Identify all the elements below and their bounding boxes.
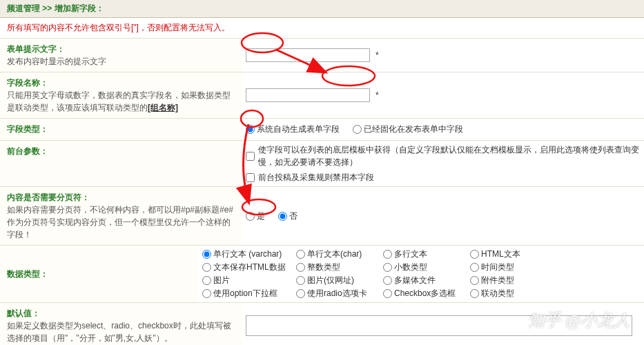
label-prompt-desc: 发布内容时显示的提示文字 <box>7 57 106 66</box>
frontparam-list-checkbox[interactable] <box>246 152 255 161</box>
datatype-opt-10[interactable]: 多媒体文件 <box>383 275 466 286</box>
datatype-opt-9[interactable]: 图片(仅网址) <box>296 275 379 286</box>
datatype-opt-13[interactable]: 使用radio选项卡 <box>296 288 379 299</box>
warning-text: 所有填写的内容不允许包含双引号["]，否则配置将无法写入。 <box>0 18 644 39</box>
fieldname-input[interactable] <box>246 88 370 102</box>
datatype-opt-2[interactable]: 多行文本 <box>383 248 466 260</box>
datatype-opt-7[interactable]: 时间类型 <box>470 262 553 273</box>
frontparam-list-label: 使字段可以在列表的底层模板中获得（自定义字段默认仅能在文档模板显示，启用此选项将… <box>258 144 640 168</box>
label-pagebreak-desc: 如果内容需要分页符，不论何种内容，都可以用#p#副标题#e#作为分页符号实现内容… <box>7 205 233 239</box>
label-frontparam-title: 前台参数： <box>7 146 48 156</box>
fieldtype-auto-option[interactable]: 系统自动生成表单字段 <box>246 124 340 135</box>
prompt-required: * <box>375 50 379 60</box>
datatype-opt-0[interactable]: 单行文本 (varchar) <box>202 248 292 260</box>
pagebreak-yes-option[interactable]: 是 <box>246 210 265 222</box>
breadcrumb: 频道管理 >> 增加新字段： <box>0 0 644 18</box>
label-default-title: 默认值： <box>7 308 40 318</box>
default-textarea[interactable] <box>246 315 632 336</box>
group-name-link[interactable]: [组名称] <box>148 103 178 112</box>
breadcrumb-sep: >> <box>40 3 55 13</box>
label-datatype-title: 数据类型： <box>7 268 48 280</box>
label-pagebreak-title: 内容是否需要分页符： <box>7 193 90 202</box>
pagebreak-yes-radio[interactable] <box>246 212 255 221</box>
datatype-opt-8[interactable]: 图片 <box>202 275 292 286</box>
frontparam-disable-checkbox[interactable] <box>246 173 255 182</box>
datatype-opt-3[interactable]: HTML文本 <box>470 248 553 260</box>
pagebreak-no-radio[interactable] <box>278 212 287 221</box>
frontparam-disable-label: 前台投稿及采集规则禁用本字段 <box>258 171 374 184</box>
fieldname-required: * <box>375 90 379 100</box>
datatype-opt-1[interactable]: 单行文本(char) <box>296 248 379 260</box>
breadcrumb-page: 增加新字段： <box>55 3 104 13</box>
pagebreak-no-option[interactable]: 否 <box>278 210 297 222</box>
fieldtype-fixed-radio[interactable] <box>353 125 362 134</box>
datatype-grid: 单行文本 (varchar) 单行文本(char) 多行文本 HTML文本 文本… <box>202 248 640 299</box>
breadcrumb-cat: 频道管理 <box>7 3 40 13</box>
datatype-opt-14[interactable]: Checkbox多选框 <box>383 288 466 299</box>
fieldtype-auto-radio[interactable] <box>246 125 255 134</box>
label-fieldname-title: 字段名称： <box>7 78 48 88</box>
datatype-opt-5[interactable]: 整数类型 <box>296 262 379 273</box>
label-fieldname-desc: 只能用英文字母或数字，数据表的真实字段名，如果数据类型是联动类型，该项应该填写联… <box>7 90 231 112</box>
fieldtype-fixed-option[interactable]: 已经固化在发布表单中字段 <box>353 124 463 135</box>
datatype-opt-12[interactable]: 使用option下拉框 <box>202 288 292 299</box>
datatype-opt-11[interactable]: 附件类型 <box>470 275 553 286</box>
datatype-opt-15[interactable]: 联动类型 <box>470 288 553 299</box>
label-fieldtype-title: 字段类型： <box>7 124 48 134</box>
label-prompt-title: 表单提示文字： <box>7 44 65 54</box>
prompt-input[interactable] <box>246 48 370 62</box>
label-default-desc: 如果定义数据类型为select、radio、checkbox时，此处填写被选择的… <box>7 321 231 343</box>
datatype-opt-4[interactable]: 文本保存HTML数据 <box>202 262 292 273</box>
datatype-opt-6[interactable]: 小数类型 <box>383 262 466 273</box>
